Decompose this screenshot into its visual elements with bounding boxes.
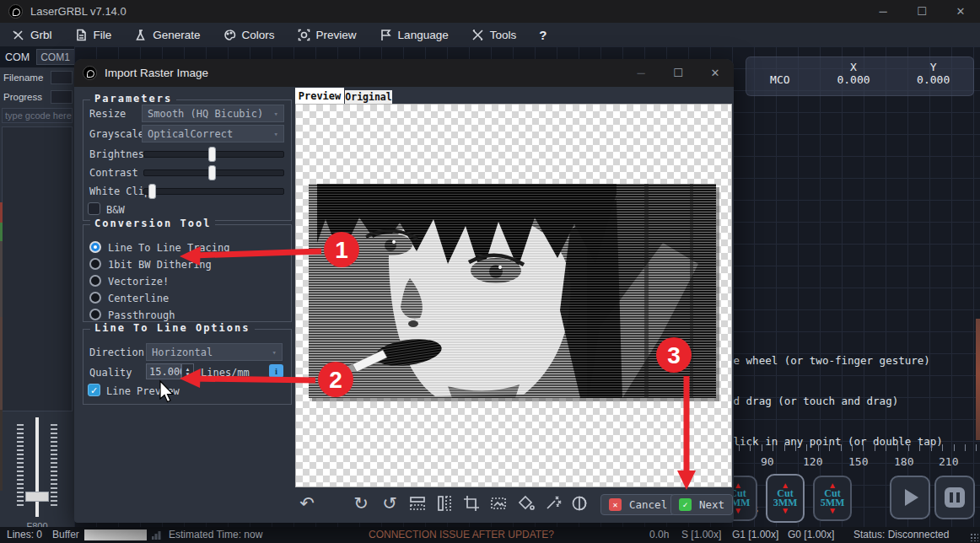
radio-vectorize[interactable]: [89, 275, 101, 287]
magic-wand-icon[interactable]: [543, 494, 562, 513]
menu-colors[interactable]: Colors: [223, 29, 275, 41]
g0-override[interactable]: G0 [1.00x]: [788, 529, 834, 540]
rotate-ccw-icon[interactable]: ↺: [380, 493, 400, 513]
slider-handle[interactable]: [148, 184, 156, 199]
line-preview-checkbox[interactable]: ✓: [88, 384, 100, 396]
dialog-title: Import Raster Image: [105, 67, 208, 79]
cut-3mm-button[interactable]: ▲ Cut 3MM ▼: [766, 474, 805, 523]
menu-preview[interactable]: Preview: [298, 29, 357, 41]
g1-override[interactable]: G1 [1.00x]: [732, 529, 778, 540]
resize-select[interactable]: Smooth (HQ Bicubic) ▾: [142, 105, 284, 122]
slider-ticks: [17, 424, 24, 508]
import-raster-dialog: Import Raster Image ─ ☐ ✕ Parameters Res…: [74, 59, 734, 523]
invert-icon[interactable]: [570, 494, 589, 513]
buffer-progress-bar: [84, 530, 147, 540]
resize-grip[interactable]: [970, 533, 978, 541]
slider-handle[interactable]: [208, 165, 216, 180]
background-window-sliver: [0, 317, 3, 410]
menu-grbl[interactable]: Grbl: [12, 29, 52, 41]
quality-stepper[interactable]: ▲ ▼: [181, 363, 194, 379]
flip-vertical-icon[interactable]: [408, 494, 427, 513]
quality-label: Quality: [89, 367, 132, 379]
cut-5mm-button[interactable]: ▲ Cut 5MM ▼: [813, 476, 852, 521]
spin-down-icon[interactable]: ▼: [186, 372, 191, 377]
menu-language[interactable]: Language: [380, 29, 449, 41]
pause-button[interactable]: [934, 476, 975, 519]
radio-centerline[interactable]: [89, 292, 101, 304]
filename-label: Filename: [3, 73, 43, 83]
grayscale-label: Grayscale: [89, 128, 144, 140]
quality-input[interactable]: 15.000: [146, 363, 181, 379]
cancel-button[interactable]: ✕ Cancel: [600, 494, 676, 515]
background-window-sliver: [976, 319, 980, 440]
focus-eye-icon: [298, 29, 310, 41]
connection-status: Status: Disconnected: [853, 529, 949, 540]
conversion-tool-group: Conversion Tool: [83, 224, 292, 322]
contrast-slider[interactable]: [143, 169, 284, 176]
gcode-input[interactable]: type gcode here: [2, 108, 73, 123]
slider-handle[interactable]: [25, 492, 49, 502]
background-window-sliver: [0, 410, 3, 491]
radio-line-to-line[interactable]: [89, 241, 101, 253]
grayscale-select[interactable]: OpticalCorrect ▾: [142, 125, 284, 142]
mco-label: MCO: [746, 73, 814, 86]
menu-tools[interactable]: Tools: [471, 29, 517, 41]
flip-horizontal-icon[interactable]: [435, 494, 454, 513]
minimize-icon[interactable]: ─: [864, 0, 902, 23]
gcode-log-list[interactable]: [2, 126, 73, 411]
white-clip-slider[interactable]: [143, 188, 284, 195]
maximize-icon[interactable]: ☐: [902, 0, 941, 23]
bw-checkbox[interactable]: [88, 202, 100, 215]
menu-file[interactable]: File: [75, 29, 112, 41]
preview-canvas[interactable]: [295, 104, 732, 487]
s-override[interactable]: S [1.00x]: [681, 529, 721, 540]
next-button[interactable]: ✓ Next: [670, 494, 733, 515]
filename-field[interactable]: [51, 71, 73, 84]
play-button[interactable]: [890, 476, 930, 519]
radio-passthrough[interactable]: [89, 309, 101, 320]
signal-icon: [152, 530, 164, 540]
elapsed-hours: 0.0h: [649, 529, 669, 540]
ruler-label: 150: [848, 455, 868, 468]
background-window-sliver: [0, 223, 3, 241]
buffer-label: Buffer: [52, 529, 79, 540]
dialog-title-bar: Import Raster Image ─ ☐ ✕: [74, 59, 734, 87]
info-icon[interactable]: i: [269, 364, 283, 378]
menu-bar: Grbl File Generate Colors Preview Langua…: [0, 23, 980, 46]
slider-handle[interactable]: [208, 147, 216, 162]
crop-icon[interactable]: [462, 494, 481, 513]
line-preview-label: Line Preview: [106, 385, 180, 397]
com-label: COM: [5, 51, 30, 63]
wrench-hammer-icon: [12, 29, 24, 41]
connection-issue-link[interactable]: CONNECTION ISSUE AFTER UPDATE?: [369, 529, 554, 540]
tab-original[interactable]: Original: [345, 90, 392, 104]
close-icon[interactable]: ✕: [697, 59, 734, 87]
menu-help[interactable]: ?: [539, 28, 547, 42]
progress-field: [51, 90, 73, 104]
slider-track: [35, 417, 39, 517]
rotate-cw-icon[interactable]: ↻: [351, 493, 371, 513]
minimize-icon[interactable]: ─: [622, 59, 660, 87]
window-title: LaserGRBL v7.14.0: [30, 5, 127, 18]
maximize-icon[interactable]: ☐: [660, 59, 697, 87]
close-icon[interactable]: ✕: [941, 0, 980, 23]
app-logo-icon: [8, 4, 23, 19]
brightness-slider[interactable]: [143, 151, 284, 158]
estimated-time: Estimated Time: now: [169, 529, 262, 540]
radio-1bit-dithering[interactable]: [89, 258, 101, 270]
fill-bucket-icon[interactable]: [516, 494, 535, 513]
chevron-down-icon: ▾: [272, 348, 277, 357]
ruler-label: 210: [939, 455, 958, 468]
menu-generate[interactable]: Generate: [134, 29, 200, 41]
undo-icon[interactable]: ↶: [297, 493, 317, 513]
tab-preview[interactable]: Preview: [295, 88, 344, 104]
file-panel: Filename Progress type gcode here F800: [0, 67, 74, 527]
direction-select[interactable]: Horizontal ▾: [146, 343, 283, 361]
bw-label: B&W: [106, 204, 125, 216]
app-logo-icon: [83, 66, 97, 80]
resize-canvas-icon[interactable]: [489, 494, 508, 513]
chevron-down-icon: ▾: [274, 110, 278, 118]
flag-icon: [380, 29, 392, 41]
feed-rate-slider[interactable]: [15, 417, 59, 523]
chevron-down-icon: ▾: [274, 130, 278, 138]
